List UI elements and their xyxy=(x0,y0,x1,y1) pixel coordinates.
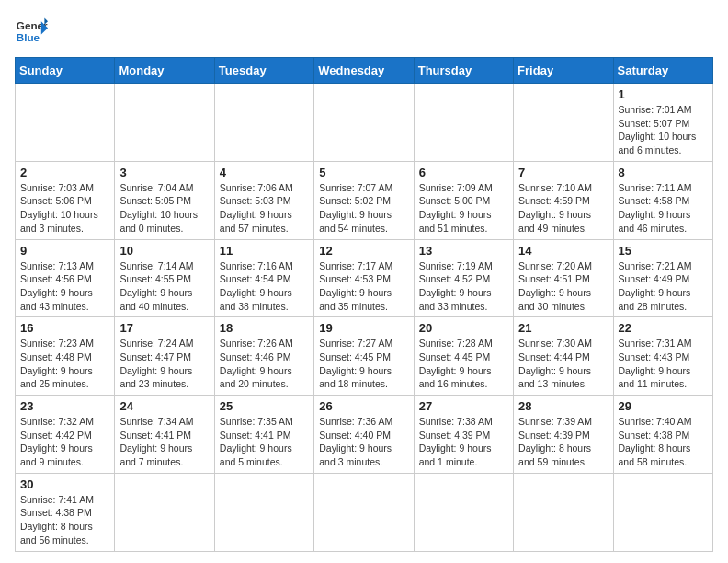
calendar-cell: 17Sunrise: 7:24 AMSunset: 4:47 PMDayligh… xyxy=(115,317,214,396)
calendar-cell: 28Sunrise: 7:39 AMSunset: 4:39 PMDayligh… xyxy=(514,396,613,474)
day-number: 18 xyxy=(220,321,309,335)
weekday-header-monday: Monday xyxy=(115,58,214,84)
day-number: 23 xyxy=(20,399,109,413)
weekday-header-thursday: Thursday xyxy=(414,58,513,84)
day-info: Sunrise: 7:13 AMSunset: 4:56 PMDaylight:… xyxy=(20,259,109,314)
day-info: Sunrise: 7:01 AMSunset: 5:07 PMDaylight:… xyxy=(619,103,708,157)
day-number: 15 xyxy=(619,244,708,258)
day-number: 13 xyxy=(419,244,508,258)
header: General Blue xyxy=(15,15,713,48)
day-info: Sunrise: 7:34 AMSunset: 4:41 PMDaylight:… xyxy=(119,415,209,469)
day-info: Sunrise: 7:32 AMSunset: 4:42 PMDaylight:… xyxy=(20,415,109,469)
day-info: Sunrise: 7:38 AMSunset: 4:39 PMDaylight:… xyxy=(419,415,508,469)
calendar-cell: 3Sunrise: 7:04 AMSunset: 5:05 PMDaylight… xyxy=(115,161,214,239)
weekday-header-friday: Friday xyxy=(514,58,613,84)
calendar-cell: 11Sunrise: 7:16 AMSunset: 4:54 PMDayligh… xyxy=(214,239,313,317)
calendar-cell xyxy=(613,473,712,551)
day-number: 24 xyxy=(119,399,209,413)
calendar-cell: 8Sunrise: 7:11 AMSunset: 4:58 PMDaylight… xyxy=(613,161,712,239)
calendar-cell: 18Sunrise: 7:26 AMSunset: 4:46 PMDayligh… xyxy=(214,317,313,396)
day-number: 29 xyxy=(619,399,708,413)
day-info: Sunrise: 7:28 AMSunset: 4:45 PMDaylight:… xyxy=(419,337,508,391)
day-info: Sunrise: 7:36 AMSunset: 4:40 PMDaylight:… xyxy=(319,415,408,469)
day-number: 8 xyxy=(619,166,708,179)
day-number: 12 xyxy=(319,244,408,258)
day-number: 21 xyxy=(518,321,608,335)
day-info: Sunrise: 7:16 AMSunset: 4:54 PMDaylight:… xyxy=(220,259,309,314)
calendar-cell xyxy=(214,473,313,551)
calendar-cell: 23Sunrise: 7:32 AMSunset: 4:42 PMDayligh… xyxy=(16,396,115,474)
calendar-week-row: 23Sunrise: 7:32 AMSunset: 4:42 PMDayligh… xyxy=(16,396,713,474)
weekday-header-saturday: Saturday xyxy=(613,58,712,84)
day-info: Sunrise: 7:04 AMSunset: 5:05 PMDaylight:… xyxy=(119,181,209,236)
generalblue-logo-icon: General Blue xyxy=(15,15,48,48)
day-info: Sunrise: 7:20 AMSunset: 4:51 PMDaylight:… xyxy=(518,259,608,314)
calendar-cell: 30Sunrise: 7:41 AMSunset: 4:38 PMDayligh… xyxy=(16,473,115,551)
day-info: Sunrise: 7:27 AMSunset: 4:45 PMDaylight:… xyxy=(319,337,408,391)
day-number: 17 xyxy=(119,321,209,335)
calendar-week-row: 30Sunrise: 7:41 AMSunset: 4:38 PMDayligh… xyxy=(16,473,713,551)
day-info: Sunrise: 7:07 AMSunset: 5:02 PMDaylight:… xyxy=(319,181,408,236)
calendar-cell: 24Sunrise: 7:34 AMSunset: 4:41 PMDayligh… xyxy=(115,396,214,474)
day-number: 25 xyxy=(220,399,309,413)
day-number: 7 xyxy=(518,166,608,179)
calendar-cell xyxy=(414,84,513,162)
day-number: 22 xyxy=(619,321,708,335)
day-info: Sunrise: 7:39 AMSunset: 4:39 PMDaylight:… xyxy=(518,415,608,469)
day-number: 30 xyxy=(20,477,109,491)
calendar-cell xyxy=(414,473,513,551)
calendar-cell: 7Sunrise: 7:10 AMSunset: 4:59 PMDaylight… xyxy=(514,161,613,239)
day-info: Sunrise: 7:35 AMSunset: 4:41 PMDaylight:… xyxy=(220,415,309,469)
logo: General Blue xyxy=(15,15,48,48)
day-number: 2 xyxy=(20,166,109,179)
day-info: Sunrise: 7:10 AMSunset: 4:59 PMDaylight:… xyxy=(518,181,608,236)
weekday-header-row: SundayMondayTuesdayWednesdayThursdayFrid… xyxy=(16,58,713,84)
calendar-cell xyxy=(115,84,214,162)
calendar-cell: 25Sunrise: 7:35 AMSunset: 4:41 PMDayligh… xyxy=(214,396,313,474)
day-number: 3 xyxy=(119,166,209,179)
day-info: Sunrise: 7:30 AMSunset: 4:44 PMDaylight:… xyxy=(518,337,608,391)
day-info: Sunrise: 7:31 AMSunset: 4:43 PMDaylight:… xyxy=(619,337,708,391)
calendar-week-row: 1Sunrise: 7:01 AMSunset: 5:07 PMDaylight… xyxy=(16,84,713,162)
calendar-cell xyxy=(314,84,414,162)
calendar-cell xyxy=(214,84,313,162)
calendar-cell xyxy=(314,473,414,551)
day-number: 5 xyxy=(319,166,408,179)
calendar-cell: 19Sunrise: 7:27 AMSunset: 4:45 PMDayligh… xyxy=(314,317,414,396)
calendar-cell xyxy=(115,473,214,551)
calendar-week-row: 2Sunrise: 7:03 AMSunset: 5:06 PMDaylight… xyxy=(16,161,713,239)
day-info: Sunrise: 7:41 AMSunset: 4:38 PMDaylight:… xyxy=(20,493,109,547)
calendar-cell: 13Sunrise: 7:19 AMSunset: 4:52 PMDayligh… xyxy=(414,239,513,317)
calendar-cell: 15Sunrise: 7:21 AMSunset: 4:49 PMDayligh… xyxy=(613,239,712,317)
calendar-cell xyxy=(514,84,613,162)
weekday-header-tuesday: Tuesday xyxy=(214,58,313,84)
calendar-cell: 26Sunrise: 7:36 AMSunset: 4:40 PMDayligh… xyxy=(314,396,414,474)
day-number: 1 xyxy=(619,87,708,101)
calendar-cell: 29Sunrise: 7:40 AMSunset: 4:38 PMDayligh… xyxy=(613,396,712,474)
day-info: Sunrise: 7:19 AMSunset: 4:52 PMDaylight:… xyxy=(419,259,508,314)
calendar-cell: 9Sunrise: 7:13 AMSunset: 4:56 PMDaylight… xyxy=(16,239,115,317)
calendar-cell: 1Sunrise: 7:01 AMSunset: 5:07 PMDaylight… xyxy=(613,84,712,162)
day-info: Sunrise: 7:26 AMSunset: 4:46 PMDaylight:… xyxy=(220,337,309,391)
weekday-header-wednesday: Wednesday xyxy=(314,58,414,84)
calendar-cell xyxy=(514,473,613,551)
calendar-cell xyxy=(16,84,115,162)
day-info: Sunrise: 7:03 AMSunset: 5:06 PMDaylight:… xyxy=(20,181,109,236)
day-info: Sunrise: 7:11 AMSunset: 4:58 PMDaylight:… xyxy=(619,181,708,236)
day-number: 10 xyxy=(119,244,209,258)
day-info: Sunrise: 7:14 AMSunset: 4:55 PMDaylight:… xyxy=(119,259,209,314)
day-info: Sunrise: 7:09 AMSunset: 5:00 PMDaylight:… xyxy=(419,181,508,236)
calendar-cell: 6Sunrise: 7:09 AMSunset: 5:00 PMDaylight… xyxy=(414,161,513,239)
calendar-week-row: 9Sunrise: 7:13 AMSunset: 4:56 PMDaylight… xyxy=(16,239,713,317)
calendar-cell: 22Sunrise: 7:31 AMSunset: 4:43 PMDayligh… xyxy=(613,317,712,396)
calendar-cell: 21Sunrise: 7:30 AMSunset: 4:44 PMDayligh… xyxy=(514,317,613,396)
day-number: 9 xyxy=(20,244,109,258)
calendar-cell: 5Sunrise: 7:07 AMSunset: 5:02 PMDaylight… xyxy=(314,161,414,239)
calendar-cell: 27Sunrise: 7:38 AMSunset: 4:39 PMDayligh… xyxy=(414,396,513,474)
calendar-cell: 2Sunrise: 7:03 AMSunset: 5:06 PMDaylight… xyxy=(16,161,115,239)
day-number: 19 xyxy=(319,321,408,335)
calendar-cell: 10Sunrise: 7:14 AMSunset: 4:55 PMDayligh… xyxy=(115,239,214,317)
calendar-cell: 12Sunrise: 7:17 AMSunset: 4:53 PMDayligh… xyxy=(314,239,414,317)
weekday-header-sunday: Sunday xyxy=(16,58,115,84)
day-number: 28 xyxy=(518,399,608,413)
